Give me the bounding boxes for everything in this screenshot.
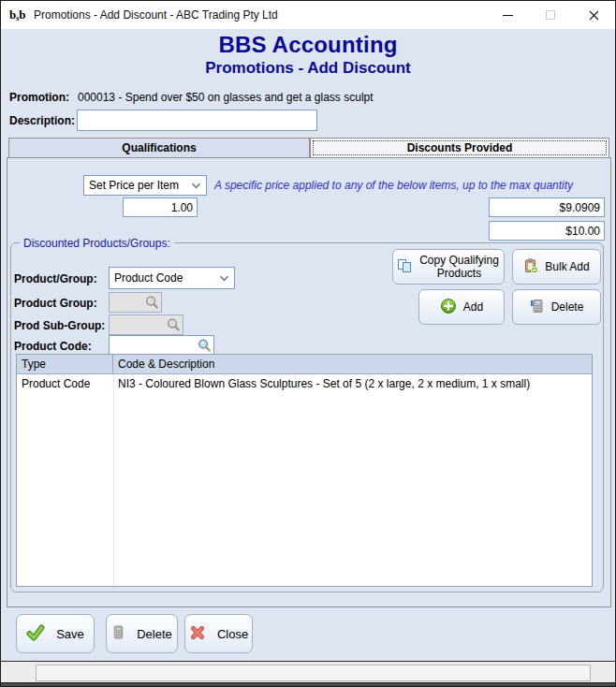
close-window-icon — [589, 10, 599, 21]
price-inc-input[interactable] — [489, 221, 605, 241]
clipboard-add-icon — [523, 258, 538, 276]
promotion-label: Promotion: — [9, 91, 69, 104]
delete-icon — [530, 299, 545, 316]
add-button[interactable]: Add — [418, 289, 505, 325]
table-body: Product Code NI3 - Coloured Blown Glass … — [17, 374, 592, 586]
button-label: Copy Qualifying Products — [418, 254, 500, 281]
description-label: Description: — [9, 114, 75, 127]
window-controls — [486, 1, 615, 29]
product-group-select[interactable]: Product Code — [109, 267, 235, 289]
page-title: Promotions - Add Discount — [1, 59, 615, 78]
price-type-hint: A specific price applied to any of the b… — [214, 179, 573, 192]
delete-button[interactable]: Delete — [106, 614, 178, 653]
description-input[interactable] — [77, 110, 317, 131]
max-discount-qty-input[interactable] — [123, 197, 198, 217]
save-check-icon — [26, 623, 45, 645]
button-label: Add — [463, 300, 483, 314]
button-label: Bulk Add — [545, 260, 589, 273]
minimize-button[interactable] — [486, 1, 529, 29]
product-code-search-icon[interactable] — [197, 338, 213, 354]
promotions-add-discount-window: bsb Promotions - Add Discount - ABC Trad… — [0, 0, 616, 687]
tab-discounts-provided[interactable]: Discounts Provided — [310, 138, 609, 158]
bulk-add-button[interactable]: Bulk Add — [512, 249, 601, 285]
delete-icon — [111, 624, 125, 643]
prod-sub-group-field — [109, 314, 183, 335]
svg-text:bsb: bsb — [9, 7, 26, 22]
maximize-button — [529, 1, 572, 29]
product-group-field — [109, 292, 162, 313]
add-icon — [440, 298, 457, 317]
close-button[interactable]: Close — [184, 614, 253, 653]
cell-code-description: NI3 - Coloured Blown Glass Sculptures - … — [113, 374, 592, 394]
window-title: Promotions - Add Discount - ABC Trading … — [34, 8, 278, 22]
cell-type: Product Code — [17, 374, 113, 394]
product-code-field — [109, 335, 214, 356]
prod-sub-group-input — [110, 318, 166, 331]
table-header-code-description: Code & Description — [113, 355, 592, 373]
tab-qualifications[interactable]: Qualifications — [8, 138, 310, 158]
minimize-icon — [503, 15, 513, 16]
price-ex-input[interactable] — [489, 197, 605, 217]
product-group-select-label: Product/Group: — [14, 272, 97, 285]
product-group-field-label: Product Group: — [14, 297, 97, 310]
status-message-area — [36, 665, 591, 681]
table-row[interactable]: Product Code NI3 - Coloured Blown Glass … — [17, 374, 592, 394]
chevron-down-icon — [219, 275, 229, 282]
title-bar: bsb Promotions - Add Discount - ABC Trad… — [1, 1, 615, 29]
discounted-products-group-title: Discounted Products/Groups: — [20, 237, 174, 250]
product-code-input[interactable] — [110, 339, 197, 352]
search-icon — [144, 295, 160, 311]
promotion-value: 000013 - Spend over $50 on glasses and g… — [78, 91, 374, 104]
save-button[interactable]: Save — [16, 614, 95, 653]
close-x-icon — [189, 624, 206, 644]
button-label: Save — [56, 627, 84, 641]
search-icon — [166, 317, 182, 333]
close-window-button[interactable] — [572, 1, 615, 29]
product-group-selected-value: Product Code — [114, 271, 183, 285]
button-label: Close — [217, 627, 248, 641]
table-header-type: Type — [17, 355, 113, 373]
button-label: Delete — [551, 300, 584, 314]
prod-sub-group-label: Prod Sub-Group: — [14, 319, 105, 332]
delete-product-button[interactable]: Delete — [512, 289, 601, 325]
status-bar — [1, 661, 615, 684]
column-divider — [113, 374, 114, 586]
copy-qualifying-products-button[interactable]: Copy Qualifying Products — [392, 249, 505, 285]
maximize-icon — [546, 10, 555, 20]
chevron-down-icon — [191, 183, 201, 189]
bbs-app-logo-icon: bsb — [8, 7, 27, 23]
product-code-label: Product Code: — [14, 340, 92, 353]
price-type-selected-value: Set Price per Item — [89, 179, 179, 192]
app-title: BBS Accounting — [1, 32, 615, 58]
copy-icon — [397, 258, 412, 276]
window-bottom-edge — [1, 682, 615, 686]
discounted-products-table: Type Code & Description Product Code NI3… — [16, 354, 593, 587]
price-type-select[interactable]: Set Price per Item — [83, 175, 207, 196]
product-group-input — [110, 296, 144, 309]
table-header-row: Type Code & Description — [17, 355, 592, 374]
button-label: Delete — [137, 627, 172, 641]
